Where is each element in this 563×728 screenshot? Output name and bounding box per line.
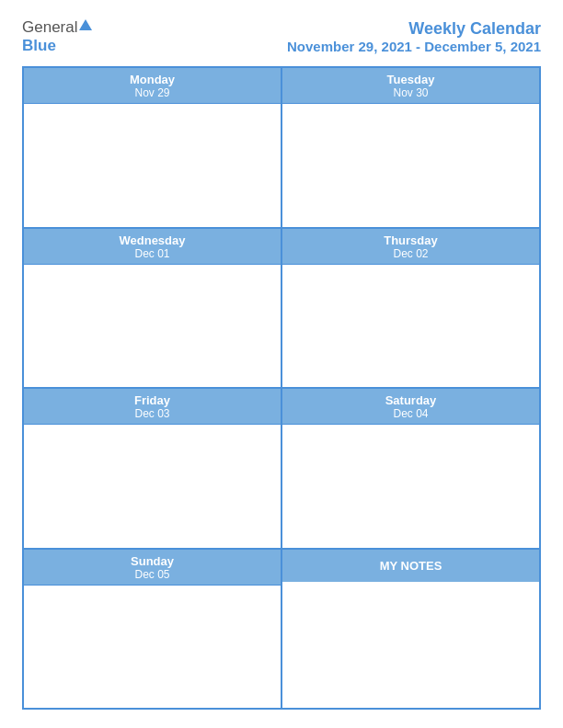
monday-day-name: Monday bbox=[26, 73, 279, 86]
header: General Blue Weekly Calendar November 29… bbox=[22, 18, 541, 55]
cell-wednesday-header: Wednesday Dec 01 bbox=[24, 229, 281, 265]
friday-date: Dec 03 bbox=[26, 407, 279, 420]
calendar-row-2: Wednesday Dec 01 Thursday Dec 02 bbox=[24, 229, 539, 390]
calendar-row-1: Monday Nov 29 Tuesday Nov 30 bbox=[24, 68, 539, 229]
saturday-day-name: Saturday bbox=[284, 393, 537, 407]
tuesday-date: Nov 30 bbox=[284, 86, 537, 99]
title-container: Weekly Calendar November 29, 2021 - Dece… bbox=[287, 19, 541, 54]
sunday-day-name: Sunday bbox=[26, 554, 279, 568]
logo-general: General bbox=[22, 18, 77, 37]
logo-blue: Blue bbox=[22, 37, 56, 54]
saturday-date: Dec 04 bbox=[284, 407, 537, 420]
cell-thursday: Thursday Dec 02 bbox=[282, 229, 539, 388]
logo: General Blue bbox=[22, 18, 92, 55]
wednesday-day-name: Wednesday bbox=[26, 233, 279, 247]
thursday-day-name: Thursday bbox=[284, 233, 537, 247]
cell-wednesday: Wednesday Dec 01 bbox=[24, 229, 282, 388]
page: General Blue Weekly Calendar November 29… bbox=[0, 0, 563, 728]
calendar-subtitle: November 29, 2021 - December 5, 2021 bbox=[287, 39, 541, 54]
wednesday-body bbox=[24, 265, 281, 388]
friday-day-name: Friday bbox=[26, 393, 279, 407]
logo-triangle-icon bbox=[79, 19, 92, 30]
cell-thursday-header: Thursday Dec 02 bbox=[282, 229, 539, 265]
sunday-date: Dec 05 bbox=[26, 568, 279, 581]
cell-friday: Friday Dec 03 bbox=[24, 389, 282, 548]
cell-saturday-header: Saturday Dec 04 bbox=[282, 389, 539, 425]
calendar-row-4: Sunday Dec 05 MY NOTES bbox=[24, 550, 539, 709]
thursday-body bbox=[282, 265, 539, 388]
cell-monday-header: Monday Nov 29 bbox=[24, 68, 281, 104]
cell-sunday-header: Sunday Dec 05 bbox=[24, 550, 281, 586]
calendar-grid: Monday Nov 29 Tuesday Nov 30 Wednesday D… bbox=[22, 66, 541, 710]
cell-friday-header: Friday Dec 03 bbox=[24, 389, 281, 425]
notes-header: MY NOTES bbox=[282, 550, 539, 582]
cell-tuesday-header: Tuesday Nov 30 bbox=[282, 68, 539, 104]
monday-date: Nov 29 bbox=[26, 86, 279, 99]
thursday-date: Dec 02 bbox=[284, 247, 537, 260]
calendar-row-3: Friday Dec 03 Saturday Dec 04 bbox=[24, 389, 539, 550]
notes-label: MY NOTES bbox=[380, 559, 442, 573]
logo-blue-text: Blue bbox=[22, 37, 56, 55]
friday-body bbox=[24, 425, 281, 548]
tuesday-body bbox=[282, 104, 539, 227]
cell-saturday: Saturday Dec 04 bbox=[282, 389, 539, 548]
cell-notes: MY NOTES bbox=[282, 550, 539, 709]
cell-monday: Monday Nov 29 bbox=[24, 68, 282, 227]
notes-body bbox=[282, 582, 539, 709]
cell-tuesday: Tuesday Nov 30 bbox=[282, 68, 539, 227]
saturday-body bbox=[282, 425, 539, 548]
sunday-body bbox=[24, 586, 281, 709]
monday-body bbox=[24, 104, 281, 227]
cell-sunday: Sunday Dec 05 bbox=[24, 550, 282, 709]
calendar-title: Weekly Calendar bbox=[287, 19, 541, 39]
tuesday-day-name: Tuesday bbox=[284, 73, 537, 86]
logo-text: General bbox=[22, 18, 92, 37]
wednesday-date: Dec 01 bbox=[26, 247, 279, 260]
